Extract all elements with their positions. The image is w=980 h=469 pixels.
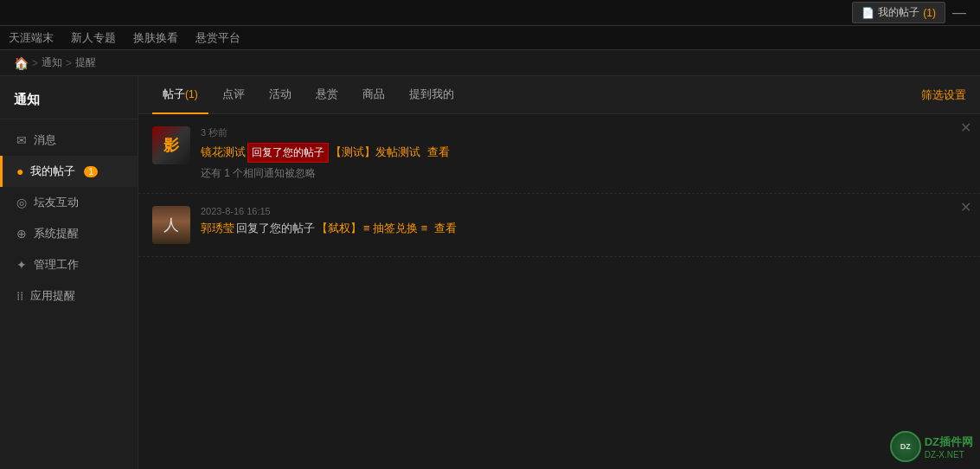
sidebar-item-friends[interactable]: ◎ 坛友互动 bbox=[0, 187, 138, 218]
filter-settings-button[interactable]: 筛选设置 bbox=[921, 87, 966, 103]
sidebar-item-my-posts-label: 我的帖子 bbox=[30, 164, 75, 179]
tab-mentioned-label: 提到我的 bbox=[409, 87, 454, 102]
notification-time: 2023-8-16 16:15 bbox=[201, 206, 966, 216]
breadcrumb: 🏠 > 通知 > 提醒 bbox=[0, 50, 980, 76]
tab-posts[interactable]: 帖子 (1) bbox=[152, 76, 208, 114]
my-posts-header-count: (1) bbox=[923, 7, 936, 19]
post-title-link-1[interactable]: 【测试】发帖测试 bbox=[330, 144, 420, 162]
manage-icon: ✦ bbox=[16, 258, 27, 272]
avatar bbox=[152, 206, 190, 244]
tab-activities-label: 活动 bbox=[269, 87, 291, 102]
extra-text-2: ≡ 抽签兑换 ≡ bbox=[363, 220, 427, 238]
sidebar-item-my-posts[interactable]: ● 我的帖子 1 bbox=[0, 156, 138, 187]
notification-sub-text: 还有 1 个相同通知被忽略 bbox=[201, 166, 966, 181]
tab-activities[interactable]: 活动 bbox=[259, 76, 302, 114]
sidebar-item-system[interactable]: ⊕ 系统提醒 bbox=[0, 218, 138, 249]
my-posts-header-label: 我的帖子 bbox=[878, 5, 919, 20]
tab-posts-badge: (1) bbox=[185, 88, 198, 100]
dz-main-text: DZ插件网 bbox=[925, 434, 973, 450]
close-notification-2[interactable]: ✕ bbox=[960, 201, 971, 215]
sidebar-item-app-label: 应用提醒 bbox=[30, 288, 75, 304]
sidebar: 通知 ✉ 消息 ● 我的帖子 1 ◎ 坛友互动 ⊕ 系统提醒 ✦ 管理工作 ⁞⁞… bbox=[0, 76, 138, 469]
nav-tab-tianya[interactable]: 天涯端末 bbox=[9, 30, 54, 46]
tab-rewards[interactable]: 悬赏 bbox=[305, 76, 349, 114]
dz-sub-text: DZ-X.NET bbox=[925, 450, 973, 459]
breadcrumb-sep-2: > bbox=[66, 57, 72, 69]
top-header: 📄 我的帖子 (1) — bbox=[0, 0, 980, 26]
notification-body: 2023-8-16 16:15 郭琇莹 回复了您的帖子 【弑权】 ≡ 抽签兑换 … bbox=[201, 206, 966, 238]
nav-tab-newuser[interactable]: 新人专题 bbox=[71, 30, 116, 46]
system-icon: ⊕ bbox=[16, 227, 27, 241]
tab-goods-label: 商品 bbox=[362, 87, 385, 102]
tab-comments-label: 点评 bbox=[222, 87, 245, 102]
tab-mentioned[interactable]: 提到我的 bbox=[399, 76, 464, 114]
home-icon[interactable]: 🏠 bbox=[14, 56, 29, 70]
dz-logo: DZ bbox=[890, 431, 921, 462]
minimize-button[interactable]: — bbox=[952, 5, 966, 21]
sender-link-1[interactable]: 镜花测试 bbox=[201, 144, 246, 162]
notification-item: 3 秒前 镜花测试 回复了您的帖子 【测试】发帖测试 查看 还有 1 个相同通知… bbox=[138, 114, 980, 194]
tab-comments[interactable]: 点评 bbox=[212, 76, 255, 114]
breadcrumb-sep-1: > bbox=[32, 57, 38, 69]
content-area: 帖子 (1) 点评 活动 悬赏 商品 提到我的 筛选设置 bbox=[138, 76, 980, 469]
sidebar-title: 通知 bbox=[0, 85, 138, 119]
document-icon: 📄 bbox=[862, 7, 874, 19]
notification-item: 2023-8-16 16:15 郭琇莹 回复了您的帖子 【弑权】 ≡ 抽签兑换 … bbox=[138, 194, 980, 257]
sidebar-item-messages-label: 消息 bbox=[34, 132, 56, 148]
sidebar-item-messages[interactable]: ✉ 消息 bbox=[0, 125, 138, 156]
tab-posts-label: 帖子 bbox=[163, 87, 185, 102]
dz-logo-text: DZ bbox=[900, 442, 911, 452]
sidebar-item-manage-label: 管理工作 bbox=[34, 257, 79, 273]
dz-watermark: DZ DZ插件网 DZ-X.NET bbox=[890, 431, 973, 462]
friends-icon: ◎ bbox=[16, 196, 27, 209]
post-icon: ● bbox=[16, 164, 23, 178]
mail-icon: ✉ bbox=[16, 133, 27, 147]
notification-content: 镜花测试 回复了您的帖子 【测试】发帖测试 查看 bbox=[201, 143, 966, 163]
my-posts-badge: 1 bbox=[84, 166, 98, 177]
sender-link-2[interactable]: 郭琇莹 bbox=[201, 220, 234, 238]
sidebar-item-app[interactable]: ⁞⁞ 应用提醒 bbox=[0, 280, 138, 312]
avatar bbox=[152, 126, 190, 164]
my-posts-header-button[interactable]: 📄 我的帖子 (1) bbox=[852, 2, 945, 23]
tab-goods[interactable]: 商品 bbox=[352, 76, 395, 114]
breadcrumb-current: 提醒 bbox=[75, 55, 96, 70]
nav-tabs-top: 天涯端末 新人专题 换肤换看 悬赏平台 bbox=[0, 26, 980, 50]
close-notification-1[interactable]: ✕ bbox=[960, 121, 971, 135]
notification-body: 3 秒前 镜花测试 回复了您的帖子 【测试】发帖测试 查看 还有 1 个相同通知… bbox=[201, 126, 966, 181]
sidebar-item-manage[interactable]: ✦ 管理工作 bbox=[0, 249, 138, 280]
dz-brand-text: DZ插件网 DZ-X.NET bbox=[925, 434, 973, 459]
view-link-2[interactable]: 查看 bbox=[434, 220, 457, 238]
app-icon: ⁞⁞ bbox=[16, 289, 23, 303]
highlight-text-1: 回复了您的帖子 bbox=[247, 143, 329, 163]
dz-name: DZ插件网 bbox=[925, 435, 973, 448]
nav-tab-reward[interactable]: 悬赏平台 bbox=[195, 30, 240, 46]
content-tabs: 帖子 (1) 点评 活动 悬赏 商品 提到我的 筛选设置 bbox=[138, 76, 980, 114]
breadcrumb-link-notifications[interactable]: 通知 bbox=[42, 55, 62, 70]
post-title-link-2[interactable]: 【弑权】 bbox=[317, 220, 362, 238]
nav-tab-theme[interactable]: 换肤换看 bbox=[133, 30, 178, 46]
sidebar-item-friends-label: 坛友互动 bbox=[34, 195, 79, 210]
notification-content: 郭琇莹 回复了您的帖子 【弑权】 ≡ 抽签兑换 ≡ 查看 bbox=[201, 220, 966, 238]
notifications-list: 3 秒前 镜花测试 回复了您的帖子 【测试】发帖测试 查看 还有 1 个相同通知… bbox=[138, 114, 980, 257]
action-text-2: 回复了您的帖子 bbox=[236, 220, 315, 238]
main-layout: 通知 ✉ 消息 ● 我的帖子 1 ◎ 坛友互动 ⊕ 系统提醒 ✦ 管理工作 ⁞⁞… bbox=[0, 76, 980, 469]
tab-rewards-label: 悬赏 bbox=[316, 87, 338, 102]
view-link-1[interactable]: 查看 bbox=[427, 144, 450, 162]
notification-time: 3 秒前 bbox=[201, 126, 966, 139]
sidebar-item-system-label: 系统提醒 bbox=[34, 226, 79, 241]
